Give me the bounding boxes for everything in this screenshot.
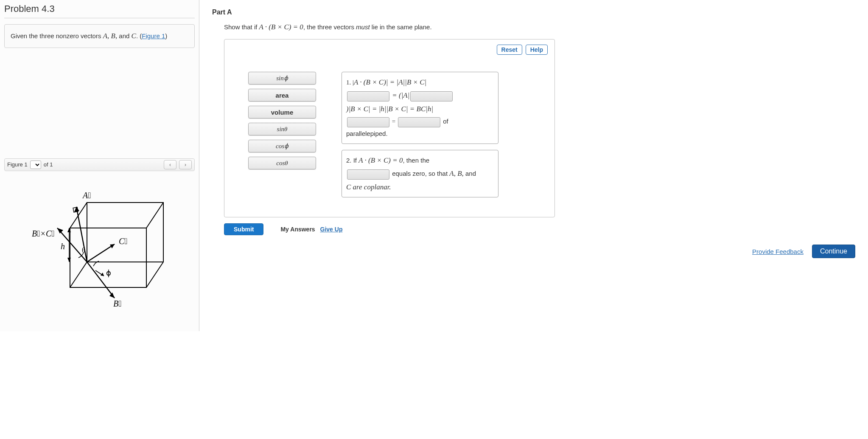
label-A: A⃗ bbox=[82, 191, 91, 200]
parallelepiped-diagram: A⃗ B⃗×C⃗ h θ C⃗ ϕ B⃗ bbox=[19, 177, 180, 313]
drop-slot[interactable] bbox=[347, 117, 389, 127]
label-h: h bbox=[61, 242, 65, 251]
instr-post: lie in the same plane. bbox=[370, 23, 432, 31]
part-content: Part A Show that if A · (B × C) = 0, the… bbox=[199, 0, 868, 331]
svg-marker-7 bbox=[109, 293, 115, 298]
tile-sintheta[interactable]: sinθ bbox=[248, 123, 316, 135]
label-B: B⃗ bbox=[113, 299, 122, 308]
problem-title: Problem 4.3 bbox=[4, 3, 195, 14]
given-paren-open: . ( bbox=[136, 32, 142, 39]
p1-pre: 1. | bbox=[346, 79, 354, 86]
continue-button[interactable]: Continue bbox=[812, 245, 855, 258]
my-answers-label: My Answers bbox=[280, 226, 315, 233]
instr-must: must bbox=[356, 23, 370, 31]
p2-post: , then the bbox=[403, 157, 430, 164]
submit-row: Submit My Answers Give Up bbox=[224, 223, 860, 235]
given-statement: Given the three nonzero vectors A, B, an… bbox=[4, 24, 195, 48]
tile-cosphi[interactable]: cosϕ bbox=[248, 140, 316, 152]
problem-sidebar: Problem 4.3 Given the three nonzero vect… bbox=[0, 0, 199, 331]
svg-marker-3 bbox=[57, 228, 63, 234]
draggable-tiles: sinϕ area volume sinθ cosϕ cosθ bbox=[248, 72, 316, 169]
chevron-left-icon: ‹ bbox=[169, 162, 171, 168]
answer-workspace: Reset Help sinϕ area volume sinθ cosϕ co… bbox=[224, 39, 555, 217]
divider bbox=[4, 18, 195, 18]
p1-mid: = (|A| bbox=[390, 91, 409, 99]
p2-pre: 2. If bbox=[346, 157, 358, 164]
drop-slot[interactable] bbox=[347, 91, 389, 101]
help-button[interactable]: Help bbox=[526, 45, 548, 55]
label-phi: ϕ bbox=[106, 269, 111, 277]
svg-line-4 bbox=[87, 244, 115, 262]
part-instruction: Show that if A · (B × C) = 0, the three … bbox=[224, 23, 860, 31]
give-up-link[interactable]: Give Up bbox=[320, 226, 343, 233]
drop-slot[interactable] bbox=[410, 91, 453, 101]
p1-l4of: of bbox=[441, 118, 448, 125]
p1-l5: parallelepiped. bbox=[346, 130, 388, 137]
figure-link[interactable]: Figure 1 bbox=[142, 32, 165, 39]
p2-l2post: equals zero, so that bbox=[390, 170, 449, 177]
figure-select[interactable] bbox=[30, 160, 41, 169]
label-theta: θ bbox=[82, 247, 85, 254]
proof-step-1: 1. |A · (B × C)| = |A||B × C| = (|A| )|B… bbox=[342, 72, 498, 144]
given-and: and bbox=[117, 32, 131, 39]
footer-row: Provide Feedback Continue bbox=[212, 245, 860, 258]
p1-eq: A · (B × C)| = |A||B × C| bbox=[354, 78, 426, 86]
submit-button[interactable]: Submit bbox=[224, 223, 263, 235]
given-text: Given the three nonzero vectors bbox=[11, 32, 103, 39]
reset-button[interactable]: Reset bbox=[497, 45, 522, 55]
p2-l3: C are coplanar. bbox=[346, 183, 391, 191]
label-C: C⃗ bbox=[119, 236, 128, 246]
p1-l4eq: = bbox=[390, 118, 397, 125]
tile-area[interactable]: area bbox=[248, 89, 316, 101]
drop-slot[interactable] bbox=[347, 169, 389, 180]
figure-next-button[interactable]: › bbox=[179, 160, 192, 169]
drop-slot[interactable] bbox=[398, 117, 440, 127]
tile-volume[interactable]: volume bbox=[248, 106, 316, 118]
figure-image: A⃗ B⃗×C⃗ h θ C⃗ ϕ B⃗ bbox=[4, 177, 195, 313]
p2-vecs: A, B, bbox=[449, 169, 464, 177]
figure-of: of 1 bbox=[44, 161, 53, 168]
svg-line-6 bbox=[87, 262, 115, 298]
tile-costheta[interactable]: cosθ bbox=[248, 157, 316, 169]
p1-l3: )|B × C| = |h||B × C| = BC|h| bbox=[346, 105, 433, 113]
label-BxC: B⃗×C⃗ bbox=[32, 229, 55, 238]
p2-eq: A · (B × C) = 0 bbox=[358, 156, 403, 164]
proof-step-2: 2. If A · (B × C) = 0, then the equals z… bbox=[342, 150, 498, 197]
given-paren-close: ) bbox=[165, 32, 167, 39]
chevron-right-icon: › bbox=[185, 162, 186, 168]
instr-eq: A · (B × C) = 0 bbox=[259, 23, 303, 31]
given-vectors: A, B, bbox=[103, 32, 118, 40]
instr-mid: , the three vectors bbox=[303, 23, 356, 31]
instr-pre: Show that if bbox=[224, 23, 259, 31]
figure-label: Figure 1 bbox=[7, 161, 28, 168]
figure-toolbar: Figure 1 of 1 ‹ › bbox=[4, 158, 195, 171]
given-vector-c: C bbox=[132, 32, 136, 40]
part-title: Part A bbox=[212, 8, 860, 16]
provide-feedback-link[interactable]: Provide Feedback bbox=[752, 248, 804, 255]
figure-prev-button[interactable]: ‹ bbox=[164, 160, 176, 169]
tile-sinphi[interactable]: sinϕ bbox=[248, 72, 316, 84]
p2-and: and bbox=[464, 170, 476, 177]
